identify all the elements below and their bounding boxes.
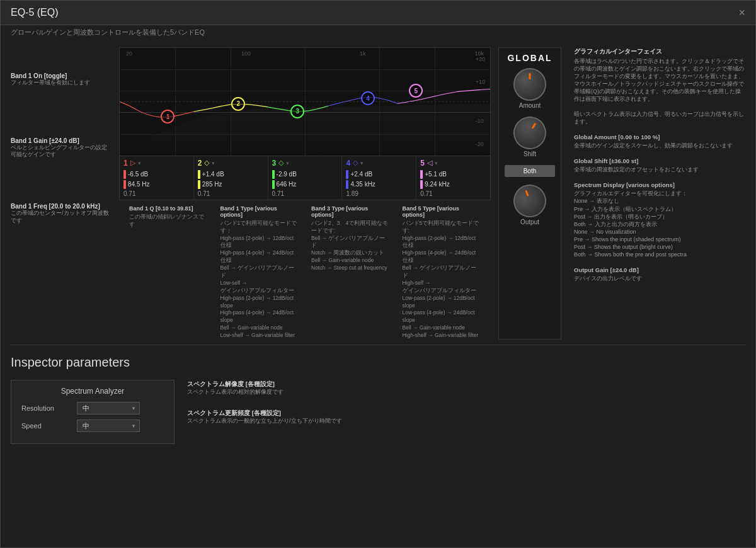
ba-type3-title: Band 3 Type [various options] [311,205,390,218]
band3-led [272,170,275,179]
band4-gain-value: +2.4 dB [350,171,372,178]
global-panel: GLOBAL Amount Shift Both Output [498,47,561,340]
band5-freq-led [420,180,423,189]
shift-label: Shift [524,151,536,157]
band5-q-row: 0.71 [420,190,486,197]
ba-q: Band 1 Q [0.10 to 39.81] この帯域の傾斜/レゾナンスです [129,205,208,340]
left-annotations: Band 1 On [toggle] フィルター帯域を有効にします Band 1… [11,47,112,340]
band1-led [123,170,126,179]
band4-dropdown[interactable]: ▾ [360,160,364,166]
right-panel: グラフィカルインターフェイス 各帯域はラベルのついた円で示されます。クリック＆ド… [569,47,745,340]
anno-resolution-desc: スペクトラム表示の相対的解像度です [187,388,342,396]
band2-col: 2 ◇ ▾ +1.4 dB 285 Hz 0.71 [194,156,268,200]
band1-header: 1 ▷ ▾ [123,159,190,168]
output-knob[interactable] [509,180,551,222]
band1-dropdown[interactable]: ▾ [138,160,141,166]
band3-q-value: 0.71 [272,190,284,197]
ba-q-title: Band 1 Q [0.10 to 39.81] [129,205,208,212]
band1-freq-desc: この帯域のセンター/カットオフ周波数です [11,210,112,224]
close-button[interactable]: × [738,7,745,18]
window-subtitle: グローバルゲインと周波数コントロールを装備した5バンドEQ [1,25,755,42]
spectrum-note: 暗いスペクトラム表示は入力信号、明るいカーブは出力信号を示します。 [574,110,745,125]
band2-gain-value: +1.4 dB [202,171,224,178]
band2-freq-row: 285 Hz [198,180,264,189]
band1-freq-title: Band 1 Freq [20.0 to 20.0 kHz] [11,203,112,210]
output-gain-desc: デバイスの出力レベルです [574,275,745,282]
band5-led [420,170,423,179]
band1-gain-title: Band 1 Gain [±24.0 dB] [11,137,112,144]
output-knob-container: Output [501,185,558,225]
sa-resolution-row: Resolution 中 [21,402,164,414]
output-gain-title: Output Gain [±24.0 dB] [574,266,745,275]
band2-dropdown[interactable]: ▾ [212,160,215,166]
global-shift-desc: 全帯域の周波数設定のオフセットをおこないます [574,166,745,173]
band1-num: 1 [123,159,128,168]
band3-gain-row: -2.9 dB [272,170,338,179]
band1-on-title: Band 1 On [toggle] [11,72,112,79]
band2-freq-led [198,180,200,189]
band2-q-value: 0.71 [198,190,210,197]
band4-node[interactable]: 4 [361,91,375,105]
sa-title: Spectrum Analyzer [21,387,164,396]
amount-knob-container: Amount [501,68,558,109]
band3-freq-value: 646 Hz [277,181,297,188]
sa-speed-select[interactable]: 中 [77,420,140,432]
band4-freq-row: 4.35 kHz [346,180,412,189]
band3-q-row: 0.71 [272,190,338,197]
band4-col: 4 ◇ ▾ +2.4 dB 4.35 kHz 1.89 [342,156,416,200]
graphic-section: グラフィカルインターフェイス 各帯域はラベルのついた円で示されます。クリック＆ド… [574,47,745,103]
ba-type3: Band 3 Type [various options] バンド2、3、4で利… [311,205,390,340]
band1-gain-value: -6.5 dB [128,171,148,178]
global-amount-title: Global Amount [0.00 to 100 %] [574,134,745,142]
title-bar: EQ-5 (EQ) × [1,1,755,25]
amount-knob[interactable] [513,68,546,101]
band1-q-row: 0.71 [123,190,190,197]
shift-knob[interactable] [507,110,552,155]
inspector-body: Spectrum Analyzer Resolution 中 Speed 中 ス… [11,380,745,444]
sa-resolution-label: Resolution [21,404,72,412]
band4-type: ◇ [353,159,358,167]
band2-led [198,170,200,179]
band3-num: 3 [272,159,277,168]
band1-node[interactable]: 1 [161,110,175,123]
global-amount-section: Global Amount [0.00 to 100 %] 全帯域のゲイン設定を… [574,134,745,150]
band5-col: 5 ◁ ▾ +5.1 dB 9.24 kHz 0.71 [416,156,490,200]
band3-node[interactable]: 3 [290,105,304,118]
sa-speed-wrapper: 中 [77,420,140,432]
band3-dropdown[interactable]: ▾ [286,160,289,166]
eq-display-wrapper: 20 100 1k 10k +20 +10 -10 -20 [119,47,491,340]
anno-speed: スペクトラム更新頻度 [各種設定] スペクトラム表示の一般的な立ち上がり/立ち下… [187,409,342,425]
global-title: GLOBAL [507,53,552,63]
band5-freq-value: 9.24 kHz [425,181,449,188]
inspector-section: Inspector parameters Spectrum Analyzer R… [1,345,755,454]
band1-freq-value: 84.5 Hz [128,181,149,188]
band5-node[interactable]: 5 [409,84,423,98]
eq-canvas[interactable]: 20 100 1k 10k +20 +10 -10 -20 [119,47,491,156]
shift-knob-container: Shift [501,117,558,157]
graphic-desc: 各帯域はラベルのついた円で示されます。クリック＆ドラッグでその帯域の周波数とゲイ… [574,57,745,103]
ba-q-desc: この帯域の傾斜/レゾナンスです [129,214,208,229]
anno-speed-desc: スペクトラム表示の一般的な立ち上がり/立ち下がり時間です [187,417,342,425]
band3-freq-led [272,180,275,189]
spectrum-display-button[interactable]: Both [505,165,555,177]
inspector-annotations: スペクトラム解像度 [各種設定] スペクトラム表示の相対的解像度です スペクトラ… [187,380,342,431]
band4-num: 4 [346,159,350,168]
band2-node[interactable]: 2 [231,97,245,111]
band4-freq-led [346,180,348,189]
top-section: Band 1 On [toggle] フィルター帯域を有効にします Band 1… [1,42,755,345]
sa-resolution-select[interactable]: 中 [77,402,140,414]
global-shift-section: Global Shift [±36.00 st] 全帯域の周波数設定のオフセット… [574,157,745,174]
output-label: Output [520,219,539,225]
sa-speed-row: Speed 中 [21,420,164,432]
band5-dropdown[interactable]: ▾ [435,160,438,166]
anno-resolution-title: スペクトラム解像度 [各種設定] [187,380,342,388]
band3-type: ◇ [278,159,284,167]
band1-freq-led [123,180,126,189]
band1-gain-label: Band 1 Gain [±24.0 dB] ベルとシェルビングフィルターの設定… [11,137,112,159]
spectrum-display-section: Spectrum Display [various options] グラフィカ… [574,181,745,259]
global-amount-desc: 全帯域のゲイン設定をスケールし、効果の調節をおこないます [574,142,745,149]
ba-type5-title: Band 5 Type [various options] [403,205,481,218]
band4-gain-row: +2.4 dB [346,170,412,179]
band4-led [346,170,348,179]
band5-num: 5 [420,159,425,168]
